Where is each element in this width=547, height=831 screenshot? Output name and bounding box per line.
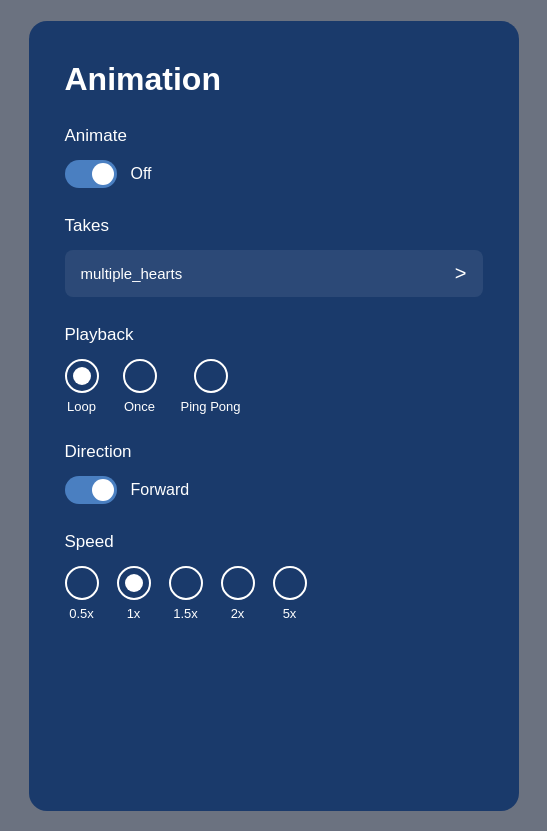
playback-label-loop: Loop xyxy=(67,399,96,414)
speed-option-5x[interactable]: 5x xyxy=(273,566,307,621)
speed-label-5x: 5x xyxy=(283,606,297,621)
animate-toggle-thumb xyxy=(92,163,114,185)
animation-panel: Animation Animate Off Takes multiple_hea… xyxy=(29,21,519,811)
takes-row[interactable]: multiple_hearts > xyxy=(65,250,483,297)
speed-label-2x: 2x xyxy=(231,606,245,621)
playback-label-once: Once xyxy=(124,399,155,414)
speed-radio-group: 0.5x 1x 1.5x 2x 5x xyxy=(65,566,483,621)
takes-label: Takes xyxy=(65,216,483,236)
speed-radio-1.5x xyxy=(169,566,203,600)
playback-radio-ping-pong xyxy=(194,359,228,393)
playback-option-once[interactable]: Once xyxy=(123,359,157,414)
playback-option-ping-pong[interactable]: Ping Pong xyxy=(181,359,241,414)
animate-label: Animate xyxy=(65,126,483,146)
takes-value: multiple_hearts xyxy=(81,265,183,282)
speed-radio-0.5x xyxy=(65,566,99,600)
playback-radio-once xyxy=(123,359,157,393)
speed-label: Speed xyxy=(65,532,483,552)
direction-toggle-track xyxy=(65,476,117,504)
chevron-right-icon: > xyxy=(455,262,467,285)
playback-label: Playback xyxy=(65,325,483,345)
direction-toggle-thumb xyxy=(92,479,114,501)
playback-section: Playback Loop Once Ping Pong xyxy=(65,325,483,414)
speed-option-0.5x[interactable]: 0.5x xyxy=(65,566,99,621)
direction-section: Direction Forward xyxy=(65,442,483,504)
playback-radio-group: Loop Once Ping Pong xyxy=(65,359,483,414)
speed-radio-5x xyxy=(273,566,307,600)
playback-option-loop[interactable]: Loop xyxy=(65,359,99,414)
speed-option-2x[interactable]: 2x xyxy=(221,566,255,621)
playback-radio-loop xyxy=(65,359,99,393)
animate-toggle-label: Off xyxy=(131,165,152,183)
speed-label-1.5x: 1.5x xyxy=(173,606,198,621)
speed-section: Speed 0.5x 1x 1.5x 2x 5x xyxy=(65,532,483,621)
animate-toggle-row: Off xyxy=(65,160,483,188)
animate-section: Animate Off xyxy=(65,126,483,188)
playback-label-ping-pong: Ping Pong xyxy=(181,399,241,414)
animate-toggle[interactable] xyxy=(65,160,117,188)
page-title: Animation xyxy=(65,61,483,98)
speed-radio-2x xyxy=(221,566,255,600)
takes-section: Takes multiple_hearts > xyxy=(65,216,483,297)
speed-option-1x[interactable]: 1x xyxy=(117,566,151,621)
speed-label-0.5x: 0.5x xyxy=(69,606,94,621)
speed-option-1.5x[interactable]: 1.5x xyxy=(169,566,203,621)
speed-label-1x: 1x xyxy=(127,606,141,621)
direction-toggle-row: Forward xyxy=(65,476,483,504)
animate-toggle-track xyxy=(65,160,117,188)
direction-label: Direction xyxy=(65,442,483,462)
direction-toggle-label: Forward xyxy=(131,481,190,499)
speed-radio-1x xyxy=(117,566,151,600)
direction-toggle[interactable] xyxy=(65,476,117,504)
